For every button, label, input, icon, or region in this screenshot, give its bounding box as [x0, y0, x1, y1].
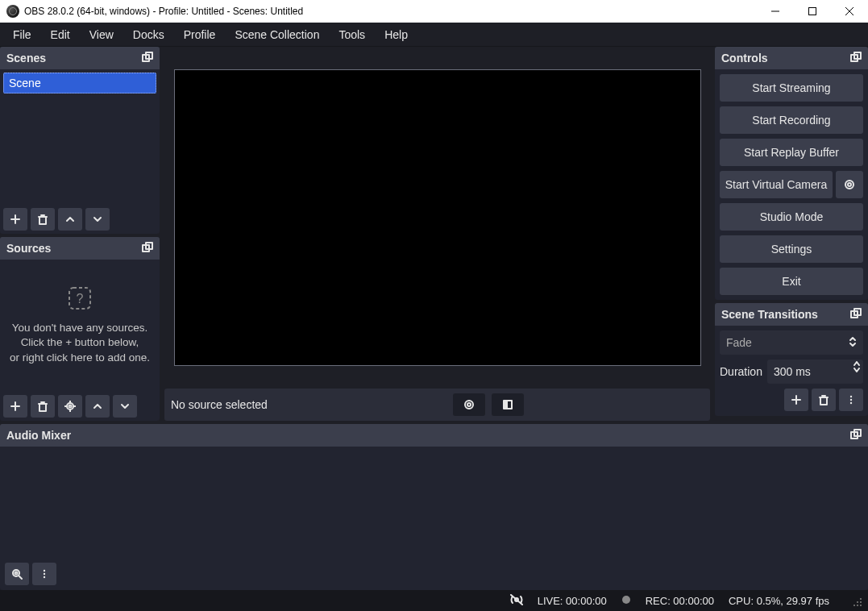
svg-point-32 [845, 181, 853, 189]
window-title: OBS 28.0.2 (64-bit, windows) - Profile: … [24, 6, 303, 17]
transition-properties-button[interactable] [839, 389, 863, 411]
statusbar: LIVE: 00:00:00 REC: 00:00:00 CPU: 0.5%, … [0, 590, 868, 611]
preview-canvas[interactable] [174, 69, 701, 366]
scenes-panel: Scenes Scene [0, 47, 160, 234]
svg-point-27 [467, 403, 471, 406]
start-streaming-button[interactable]: Start Streaming [720, 74, 863, 102]
source-move-down-button[interactable] [113, 395, 137, 418]
scene-transitions-panel: Scene Transitions Fade Duration 300 ms [715, 303, 868, 416]
source-properties-button[interactable] [58, 395, 82, 418]
source-remove-button[interactable] [31, 395, 55, 418]
transition-remove-button[interactable] [812, 389, 836, 411]
status-cpu: CPU: 0.5%, 29.97 fps [729, 595, 829, 607]
start-replay-buffer-button[interactable]: Start Replay Buffer [720, 139, 863, 166]
window-minimize-button[interactable] [757, 0, 794, 23]
audio-mixer-title: Audio Mixer [6, 429, 71, 442]
titlebar: OBS 28.0.2 (64-bit, windows) - Profile: … [0, 0, 868, 23]
menu-scene-collection[interactable]: Scene Collection [225, 25, 329, 44]
virtual-camera-settings-button[interactable] [836, 171, 863, 198]
scene-add-button[interactable] [3, 208, 27, 231]
preview-area[interactable] [164, 47, 710, 382]
start-recording-button[interactable]: Start Recording [720, 106, 863, 134]
controls-title: Controls [721, 52, 768, 64]
audio-menu-button[interactable] [32, 563, 56, 585]
broadcast-icon [510, 594, 523, 608]
svg-point-26 [465, 401, 473, 409]
dock-popout-icon[interactable] [850, 429, 862, 443]
svg-rect-17 [39, 404, 46, 411]
svg-rect-1 [809, 8, 816, 15]
scenes-list[interactable]: Scene [0, 69, 160, 205]
status-rec: REC: 00:00:00 [646, 595, 714, 607]
svg-point-20 [67, 403, 73, 409]
resize-grip-icon[interactable] [850, 595, 862, 606]
obs-logo-icon [6, 5, 19, 18]
menu-view[interactable]: View [80, 25, 123, 44]
menu-help[interactable]: Help [375, 25, 417, 44]
sources-panel: Sources ? You don't have any sources. Cl… [0, 237, 160, 421]
source-toolbar: No source selected [164, 389, 710, 421]
exit-button[interactable]: Exit [720, 268, 863, 295]
start-virtual-camera-button[interactable]: Start Virtual Camera [720, 171, 833, 198]
menu-docks[interactable]: Docks [123, 25, 174, 44]
svg-point-47 [15, 572, 18, 575]
audio-advanced-button[interactable] [5, 563, 29, 585]
status-live: LIVE: 00:00:00 [538, 595, 607, 607]
sources-empty[interactable]: ? You don't have any sources. Click the … [0, 260, 160, 392]
settings-button[interactable]: Settings [720, 235, 863, 263]
window-maximize-button[interactable] [794, 0, 831, 23]
svg-point-41 [850, 396, 852, 397]
menubar: File Edit View Docks Profile Scene Colle… [0, 23, 868, 47]
source-toolbar-filters-button[interactable] [492, 393, 524, 416]
source-toolbar-settings-button[interactable] [453, 393, 485, 416]
svg-point-42 [850, 399, 852, 401]
svg-point-43 [850, 402, 852, 404]
duration-input[interactable]: 300 ms [767, 360, 863, 384]
audio-mixer-panel: Audio Mixer [0, 424, 868, 590]
svg-point-46 [13, 570, 19, 576]
sources-title: Sources [6, 242, 51, 255]
studio-mode-button[interactable]: Studio Mode [720, 203, 863, 231]
svg-point-54 [622, 596, 630, 604]
svg-rect-8 [39, 217, 46, 224]
dock-popout-icon[interactable] [850, 52, 862, 65]
transition-selected-label: Fade [726, 336, 752, 349]
controls-panel: Controls Start Streaming Start Recording… [715, 47, 868, 300]
source-move-up-button[interactable] [85, 395, 110, 418]
menu-edit[interactable]: Edit [41, 25, 80, 44]
scene-remove-button[interactable] [31, 208, 55, 231]
menu-file[interactable]: File [3, 25, 41, 44]
audio-mixer-body [0, 447, 868, 558]
duration-label: Duration [720, 365, 762, 378]
record-icon [621, 595, 631, 607]
menu-tools[interactable]: Tools [329, 25, 375, 44]
svg-point-33 [848, 183, 851, 186]
svg-point-21 [69, 405, 72, 408]
transition-add-button[interactable] [784, 389, 808, 411]
chevron-updown-icon [849, 336, 857, 350]
svg-point-50 [44, 573, 45, 575]
svg-text:?: ? [77, 292, 84, 306]
menu-profile[interactable]: Profile [174, 25, 226, 44]
scene-transitions-title: Scene Transitions [721, 308, 818, 321]
duration-value: 300 ms [774, 365, 811, 378]
scenes-title: Scenes [6, 52, 46, 64]
scene-move-up-button[interactable] [58, 208, 82, 231]
svg-line-48 [19, 576, 22, 579]
dock-popout-icon[interactable] [142, 242, 153, 256]
question-placeholder-icon: ? [68, 286, 92, 313]
svg-point-49 [44, 570, 45, 572]
transition-select[interactable]: Fade [720, 330, 863, 355]
dock-popout-icon[interactable] [142, 52, 153, 65]
scene-move-down-button[interactable] [85, 208, 110, 231]
spinner-arrows-icon[interactable] [853, 361, 860, 372]
svg-point-51 [44, 576, 45, 578]
sources-empty-text: You don't have any sources. Click the + … [10, 321, 150, 365]
no-source-label: No source selected [171, 398, 268, 411]
dock-popout-icon[interactable] [850, 308, 862, 322]
svg-rect-29 [504, 401, 508, 409]
window-close-button[interactable] [831, 0, 868, 23]
svg-rect-38 [820, 397, 827, 405]
source-add-button[interactable] [3, 395, 27, 418]
scene-item[interactable]: Scene [3, 73, 156, 94]
